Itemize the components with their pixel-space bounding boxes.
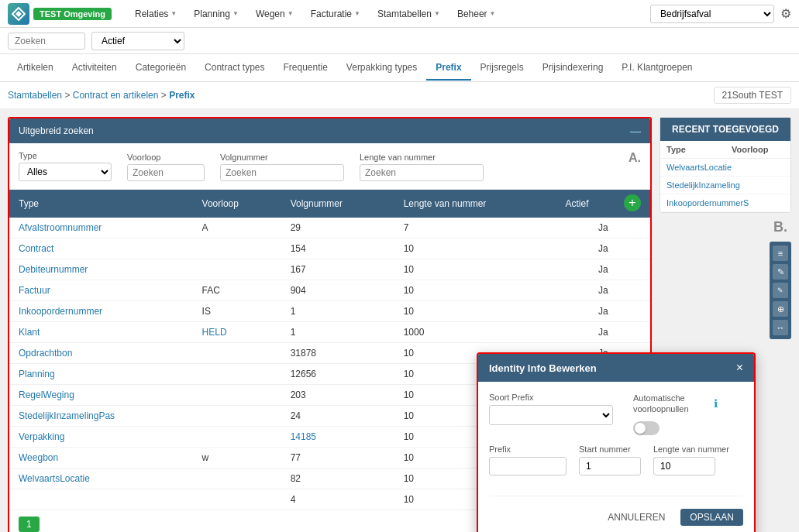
cell-voorloop — [193, 364, 281, 385]
side-icon-add[interactable]: ⊕ — [773, 301, 788, 317]
lengte-filter-input[interactable] — [360, 164, 484, 181]
cell-volgnummer[interactable]: 154 — [281, 239, 394, 259]
tab-contract-types[interactable]: Contract types — [195, 56, 274, 81]
cell-voorloop[interactable]: HELD — [193, 322, 281, 343]
cell-voorloop[interactable]: IS — [193, 301, 281, 322]
cell-type[interactable]: Afvalstroomnummer — [9, 218, 193, 239]
prefix-label: Prefix — [489, 444, 567, 454]
modal-identity-info: Identity Info Bewerken × Soort Prefix Au… — [477, 352, 756, 532]
breadcrumb-row: Stamtabellen > Contract en artikelen > P… — [0, 82, 799, 109]
cell-volgnummer[interactable]: 167 — [281, 259, 394, 280]
nav-relaties[interactable]: Relaties ▼ — [127, 2, 184, 26]
tab-frequentie[interactable]: Frequentie — [274, 56, 336, 81]
cell-type[interactable]: Factuur — [9, 280, 193, 301]
cell-type[interactable]: Opdrachtbon — [9, 343, 193, 364]
automatische-toggle[interactable] — [633, 421, 660, 435]
filter-volgnummer-group: Volgnummer — [220, 153, 344, 181]
cell-voorloop — [193, 406, 281, 427]
nav-wegen[interactable]: Wegen ▼ — [248, 2, 301, 26]
info-icon[interactable]: ℹ — [714, 397, 718, 410]
cell-actief: Ja — [556, 259, 650, 280]
cell-volgnummer[interactable]: 14185 — [281, 427, 394, 448]
save-button[interactable]: OPSLAAN — [680, 509, 743, 526]
page-1-button[interactable]: 1 — [19, 517, 40, 532]
breadcrumb-stamtabellen[interactable]: Stamtabellen — [8, 90, 62, 101]
cell-type[interactable]: Planning — [9, 364, 193, 385]
cancel-button[interactable]: ANNULEREN — [600, 509, 673, 526]
cell-type[interactable]: Inkoopordernummer — [9, 301, 193, 322]
cell-type[interactable]: Verpakking — [9, 427, 193, 448]
settings-icon[interactable]: ⚙ — [780, 6, 791, 21]
volgnummer-filter-input[interactable] — [220, 164, 344, 181]
cell-type — [9, 489, 193, 510]
logo-icon — [8, 3, 29, 25]
recent-list-item[interactable]: StedelijkInzameling — [660, 177, 790, 194]
tab-prefix[interactable]: Prefix — [426, 56, 470, 81]
tab-activiteiten[interactable]: Activiteiten — [63, 56, 126, 81]
tab-prijsindexering[interactable]: Prijsindexering — [533, 56, 613, 81]
cell-voorloop[interactable]: FAC — [193, 280, 281, 301]
side-icon-menu[interactable]: ≡ — [773, 245, 788, 261]
recent-col-type: Type — [660, 141, 725, 158]
collapse-button[interactable]: — — [630, 125, 641, 137]
company-dropdown[interactable]: Bedrijfsafval — [650, 5, 774, 23]
cell-type[interactable]: WelvaartsLocatie — [9, 469, 193, 489]
nav-planning[interactable]: Planning ▼ — [186, 2, 246, 26]
nav-beheer[interactable]: Beheer ▼ — [449, 2, 504, 26]
cell-volgnummer[interactable]: 24 — [281, 406, 394, 427]
cell-volgnummer[interactable]: 904 — [281, 280, 394, 301]
cell-actief: Ja — [556, 239, 650, 259]
nav-menu: Relaties ▼ Planning ▼ Wegen ▼ Facturatie… — [127, 2, 650, 26]
filter-lengte-group: Lengte van nummer — [360, 153, 484, 181]
cell-volgnummer[interactable]: 12656 — [281, 364, 394, 385]
modal-divider — [489, 496, 743, 496]
cell-volgnummer[interactable]: 31878 — [281, 343, 394, 364]
cell-type[interactable]: Weegbon — [9, 448, 193, 469]
type-filter-label: Type — [19, 151, 112, 160]
cell-type[interactable]: Debiteurnummer — [9, 259, 193, 280]
soort-prefix-select[interactable] — [489, 405, 613, 425]
side-icon-link[interactable]: ↔ — [773, 320, 788, 335]
add-row-button[interactable]: + — [624, 194, 641, 211]
cell-volgnummer[interactable]: 4 — [281, 489, 394, 510]
tab-verpakking-types[interactable]: Verpakking types — [337, 56, 426, 81]
modal-close-button[interactable]: × — [736, 362, 743, 374]
search-expand-bar: Uitgebreid zoeken — — [9, 118, 650, 143]
recent-list-item[interactable]: InkoopordernummerS — [660, 194, 790, 212]
nav-facturatie[interactable]: Facturatie ▼ — [303, 2, 368, 26]
cell-voorloop[interactable]: A — [193, 218, 281, 239]
tab-prijsregels[interactable]: Prijsregels — [471, 56, 533, 81]
table-row: Afvalstroomnummer A 29 7 Ja — [9, 218, 650, 239]
modal-lengte-input[interactable] — [653, 457, 715, 475]
cell-voorloop[interactable]: w — [193, 448, 281, 469]
voorloop-filter-input[interactable] — [127, 164, 205, 181]
tab-categorieen[interactable]: Categorieën — [126, 56, 195, 81]
modal-lengte-field: Lengte van nummer — [653, 444, 729, 475]
cell-volgnummer[interactable]: 1 — [281, 322, 394, 343]
cell-volgnummer[interactable]: 1 — [281, 301, 394, 322]
cell-type[interactable]: StedelijkInzamelingPas — [9, 406, 193, 427]
side-icon-edit1[interactable]: ✎ — [773, 264, 788, 280]
cell-volgnummer[interactable]: 77 — [281, 448, 394, 469]
search-input[interactable] — [8, 33, 85, 50]
prefix-input[interactable] — [489, 457, 567, 475]
side-icon-edit2[interactable]: ✎ — [773, 283, 788, 298]
breadcrumb-contract-artikelen[interactable]: Contract en artikelen — [73, 90, 159, 101]
recent-list-item[interactable]: WelvaartsLocatie — [660, 159, 790, 177]
start-nummer-input[interactable] — [579, 457, 641, 475]
cell-volgnummer[interactable]: 203 — [281, 385, 394, 406]
cell-volgnummer[interactable]: 29 — [281, 218, 394, 239]
nav-stamtabellen[interactable]: Stamtabellen ▼ — [370, 2, 448, 26]
cell-type[interactable]: Contract — [9, 239, 193, 259]
tab-pi-klantgroepen[interactable]: P.I. Klantgroepen — [612, 56, 701, 81]
tab-artikelen[interactable]: Artikelen — [8, 56, 63, 81]
cell-type[interactable]: RegelWeging — [9, 385, 193, 406]
type-filter-select[interactable]: Alles Contract Factuur — [19, 163, 112, 181]
recent-col-voorloop: Voorloop — [725, 141, 790, 158]
cell-type[interactable]: Klant — [9, 322, 193, 343]
status-select[interactable]: Actief Inactief Alle — [91, 32, 184, 50]
cell-volgnummer[interactable]: 82 — [281, 469, 394, 489]
table-row: Debiteurnummer 167 10 Ja — [9, 259, 650, 280]
recent-header: RECENT TOEGEVOEGD — [660, 118, 790, 141]
cell-actief: Ja — [556, 301, 650, 322]
